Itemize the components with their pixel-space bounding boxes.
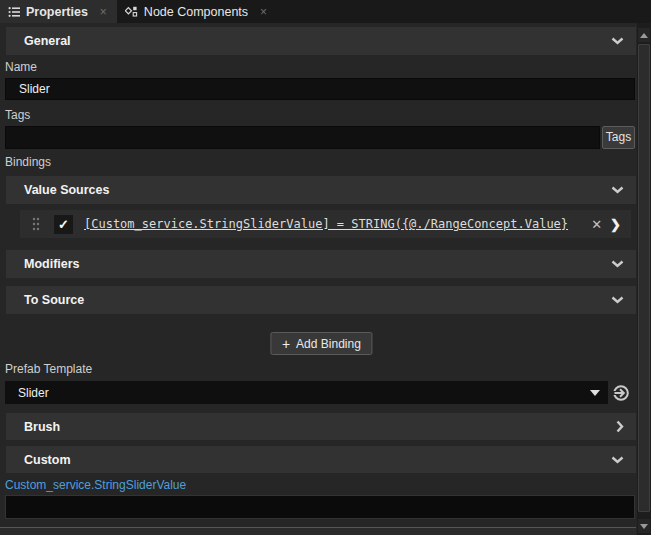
section-custom[interactable]: Custom xyxy=(6,446,636,473)
section-general-title: General xyxy=(24,34,71,48)
section-value-sources[interactable]: Value Sources xyxy=(6,176,636,204)
go-to-arrow-icon xyxy=(612,384,630,402)
tab-node-components-label: Node Components xyxy=(144,5,248,19)
section-to-source-title: To Source xyxy=(24,293,84,307)
open-binding-icon[interactable]: ❯ xyxy=(608,217,631,232)
properties-list-icon xyxy=(8,6,20,18)
close-icon[interactable]: × xyxy=(98,5,109,19)
properties-panel: Properties × Node Components × General N… xyxy=(0,0,651,535)
prefab-template-dropdown[interactable]: Slider xyxy=(5,381,608,404)
next-section-partial xyxy=(0,527,636,535)
tab-properties[interactable]: Properties × xyxy=(0,0,117,23)
scroll-down-icon xyxy=(640,524,648,529)
tab-bar: Properties × Node Components × xyxy=(0,0,651,23)
section-to-source[interactable]: To Source xyxy=(6,286,636,314)
section-brush-title: Brush xyxy=(24,420,60,434)
tags-input[interactable] xyxy=(5,126,600,149)
custom-property-label: Custom_service.StringSliderValue xyxy=(5,478,186,492)
add-binding-label: Add Binding xyxy=(296,337,361,351)
dropdown-caret-icon xyxy=(590,390,600,396)
chevron-down-icon xyxy=(611,296,624,304)
node-components-icon xyxy=(125,6,138,18)
bindings-label: Bindings xyxy=(5,155,51,169)
chevron-down-icon xyxy=(611,260,624,268)
tab-properties-label: Properties xyxy=(26,5,88,19)
section-custom-title: Custom xyxy=(24,453,71,467)
prefab-template-value: Slider xyxy=(18,386,49,400)
go-to-template-button[interactable] xyxy=(611,383,631,403)
binding-enabled-checkbox[interactable]: ✓ xyxy=(54,215,73,234)
section-modifiers[interactable]: Modifiers xyxy=(6,250,636,278)
scrollbar-thumb[interactable] xyxy=(638,44,650,512)
vertical-scrollbar[interactable] xyxy=(637,23,651,535)
section-general[interactable]: General xyxy=(6,27,636,55)
prefab-template-label: Prefab Template xyxy=(5,362,92,376)
scroll-up-icon xyxy=(640,33,648,38)
chevron-down-icon xyxy=(611,186,624,194)
chevron-down-icon xyxy=(611,456,624,464)
section-value-sources-title: Value Sources xyxy=(24,183,109,197)
plus-icon: + xyxy=(282,336,290,352)
binding-expression-link[interactable]: [Custom_service.StringSliderValue] = STR… xyxy=(84,217,568,231)
scroll-up-button[interactable] xyxy=(638,28,650,42)
tags-button[interactable]: Tags xyxy=(602,126,635,149)
chevron-right-icon xyxy=(616,420,624,433)
drag-handle-icon[interactable] xyxy=(32,217,40,231)
chevron-down-icon xyxy=(611,37,624,45)
remove-binding-icon[interactable]: ✕ xyxy=(585,217,608,232)
close-icon[interactable]: × xyxy=(258,5,269,19)
scroll-down-button[interactable] xyxy=(638,519,650,533)
tags-label: Tags xyxy=(5,108,30,122)
name-label: Name xyxy=(5,60,37,74)
binding-row[interactable]: ✓ [Custom_service.StringSliderValue] = S… xyxy=(20,210,631,238)
add-binding-button[interactable]: + Add Binding xyxy=(270,332,373,355)
custom-property-input[interactable] xyxy=(5,495,635,519)
name-input[interactable] xyxy=(5,78,635,100)
tab-node-components[interactable]: Node Components × xyxy=(117,0,277,23)
section-modifiers-title: Modifiers xyxy=(24,257,80,271)
section-brush[interactable]: Brush xyxy=(6,413,636,440)
